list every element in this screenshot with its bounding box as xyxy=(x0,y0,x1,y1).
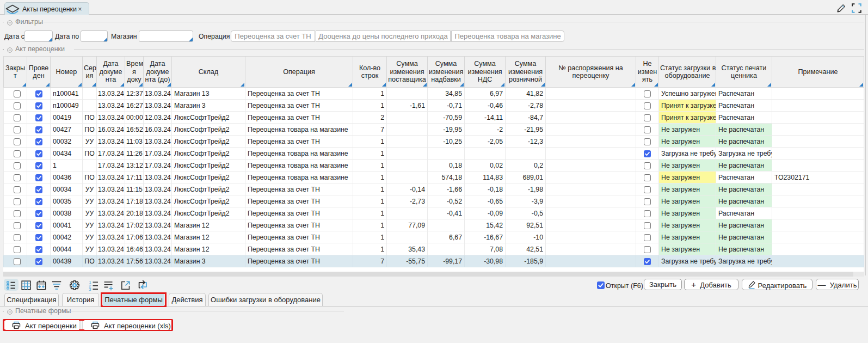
svg-text:3: 3 xyxy=(89,287,91,291)
